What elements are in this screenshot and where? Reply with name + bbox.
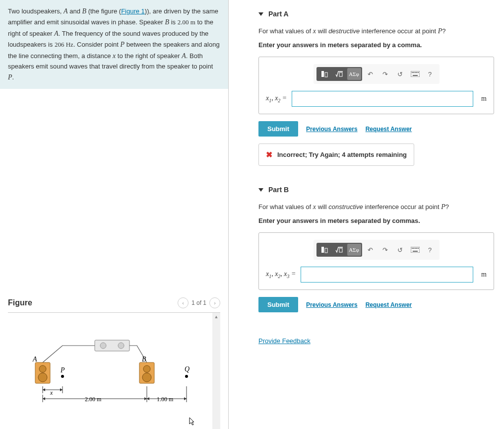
- figure-diagram: A B P Q: [8, 313, 216, 427]
- part-a-title: Part A: [268, 10, 289, 18]
- part-a-body: For what values of x will destructive in…: [258, 26, 494, 166]
- svg-rect-36: [416, 248, 417, 249]
- reset-icon[interactable]: ↺: [394, 68, 407, 80]
- svg-rect-32: [411, 247, 420, 253]
- sqrt-icon[interactable]: [332, 244, 346, 256]
- svg-rect-31: [339, 248, 342, 252]
- frequency: 206 Hz: [55, 41, 73, 48]
- part-b-answer-box: ΑΣφ ↶ ↷ ↺ ? x1, x2, x3 = m: [258, 232, 494, 290]
- svg-point-7: [143, 365, 150, 372]
- label-a: A: [32, 356, 37, 363]
- part-a-feedback: ✖ Incorrect; Try Again; 4 attempts remai…: [258, 143, 414, 166]
- figure-prev-button[interactable]: ‹: [178, 297, 189, 308]
- part-a-instruction: Enter your answers in meters separated b…: [258, 41, 494, 49]
- svg-rect-28: [413, 75, 418, 76]
- redo-icon[interactable]: ↷: [379, 244, 392, 256]
- svg-point-10: [185, 375, 188, 378]
- svg-rect-30: [325, 248, 327, 253]
- svg-point-2: [118, 343, 124, 349]
- template-icon[interactable]: [317, 68, 331, 80]
- help-icon[interactable]: ?: [424, 244, 437, 256]
- part-b-instruction: Enter your answers in meters separated b…: [258, 217, 494, 224]
- part-b-submit-button[interactable]: Submit: [258, 297, 298, 312]
- part-a-input[interactable]: [292, 91, 473, 107]
- undo-icon[interactable]: ↶: [364, 68, 377, 80]
- part-a-request-answer-link[interactable]: Request Answer: [366, 126, 412, 133]
- label-b: B: [142, 356, 146, 363]
- svg-rect-22: [411, 71, 420, 77]
- svg-rect-20: [325, 72, 327, 77]
- part-a-unit: m: [481, 95, 487, 103]
- part-b-body: For what values of x will constructive i…: [258, 202, 494, 312]
- svg-point-4: [39, 365, 46, 372]
- var-a: A: [63, 7, 68, 15]
- reset-icon[interactable]: ↺: [394, 244, 407, 256]
- template-icon[interactable]: [317, 244, 331, 256]
- svg-rect-26: [416, 72, 417, 73]
- var-p: P: [121, 41, 125, 48]
- keyboard-icon[interactable]: [409, 244, 422, 256]
- label-1m: 1.00 m: [157, 396, 174, 403]
- problem-statement: Two loudspeakers, A and B (the figure (F…: [0, 0, 228, 89]
- var-b: B: [82, 7, 87, 15]
- svg-rect-34: [413, 248, 414, 249]
- svg-rect-21: [339, 72, 342, 76]
- undo-icon[interactable]: ↶: [364, 244, 377, 256]
- greek-icon[interactable]: ΑΣφ: [347, 244, 361, 256]
- keyboard-icon[interactable]: [409, 68, 422, 80]
- svg-point-1: [100, 343, 106, 349]
- help-icon[interactable]: ?: [424, 68, 437, 80]
- part-a-submit-button[interactable]: Submit: [258, 121, 298, 137]
- svg-rect-38: [413, 251, 418, 252]
- provide-feedback-link[interactable]: Provide Feedback: [258, 337, 311, 345]
- svg-rect-35: [415, 248, 416, 249]
- svg-point-8: [142, 373, 151, 382]
- part-b-question: For what values of x will constructive i…: [258, 202, 494, 212]
- part-a-header[interactable]: Part A: [258, 10, 494, 18]
- label-p: P: [60, 366, 65, 374]
- svg-rect-33: [412, 248, 413, 249]
- svg-point-5: [38, 373, 47, 382]
- collapse-icon: [258, 12, 263, 16]
- svg-point-9: [61, 375, 64, 378]
- incorrect-icon: ✖: [266, 150, 272, 159]
- label-q: Q: [185, 365, 189, 373]
- collapse-icon: [258, 188, 263, 192]
- part-a-vars-label: x1, x2 =: [266, 94, 287, 103]
- equation-toolbar: ΑΣφ ↶ ↷ ↺ ?: [314, 64, 440, 84]
- svg-rect-19: [321, 71, 324, 77]
- figure-link[interactable]: Figure 1: [121, 7, 145, 15]
- sqrt-icon[interactable]: [332, 68, 346, 80]
- part-b-previous-answers-link[interactable]: Previous Answers: [306, 301, 358, 308]
- redo-icon[interactable]: ↷: [379, 68, 392, 80]
- figure-title: Figure: [8, 298, 32, 307]
- part-b-request-answer-link[interactable]: Request Answer: [366, 301, 412, 308]
- text: Two loudspeakers,: [8, 7, 63, 15]
- part-a-previous-answers-link[interactable]: Previous Answers: [306, 126, 358, 133]
- part-b-title: Part B: [268, 186, 289, 194]
- cursor-icon: [189, 417, 196, 426]
- figure-counter: 1 of 1: [191, 299, 206, 306]
- part-a-answer-box: ΑΣφ ↶ ↷ ↺ ? x1, x2 = m: [258, 57, 494, 114]
- svg-rect-23: [412, 72, 413, 73]
- svg-rect-37: [418, 248, 419, 249]
- equation-toolbar: ΑΣφ ↶ ↷ ↺ ?: [314, 240, 440, 260]
- figure-next-button[interactable]: ›: [209, 297, 220, 308]
- greek-icon[interactable]: ΑΣφ: [347, 68, 361, 80]
- distance-ab: 2.00 m: [178, 18, 195, 26]
- part-a-question: For what values of x will destructive in…: [258, 26, 494, 36]
- label-x: x: [50, 389, 53, 396]
- svg-rect-25: [415, 72, 416, 73]
- scroll-up-icon[interactable]: ▲: [212, 313, 220, 321]
- svg-rect-29: [321, 247, 324, 253]
- svg-rect-24: [413, 72, 414, 73]
- part-b-vars-label: x1, x2, x3 =: [266, 270, 296, 279]
- figure-panel: Figure ‹ 1 of 1 ›: [0, 297, 228, 429]
- figure-scrollbar[interactable]: ▲ ▼: [212, 313, 220, 429]
- feedback-text: Incorrect; Try Again; 4 attempts remaini…: [277, 151, 407, 158]
- part-b-header[interactable]: Part B: [258, 186, 494, 194]
- part-b-unit: m: [481, 271, 487, 279]
- label-2m: 2.00 m: [85, 396, 102, 403]
- svg-rect-27: [418, 72, 419, 73]
- part-b-input[interactable]: [301, 267, 473, 283]
